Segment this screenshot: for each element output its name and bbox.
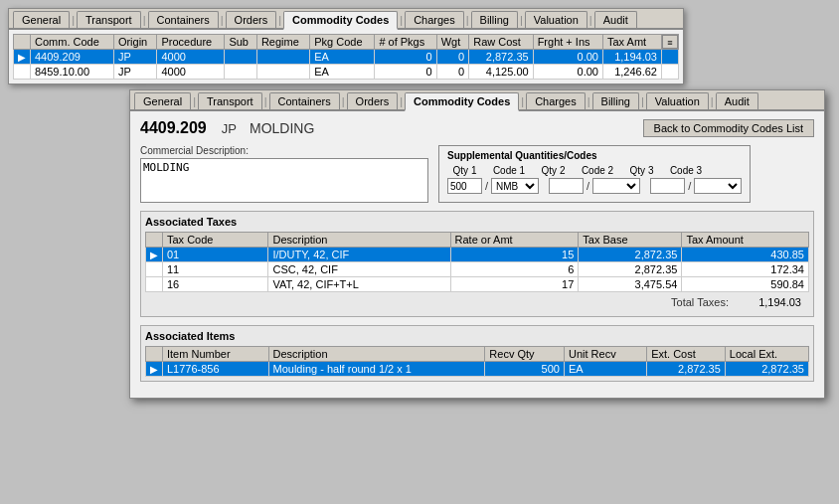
col-wgt: Wgt [436,35,468,50]
back-tab-audit[interactable]: Audit [594,11,637,28]
item-col-unit-recv: Unit Recv [564,347,646,362]
supp-code2-select[interactable] [592,178,640,194]
tax-col-code: Tax Code [163,233,268,248]
front-window: General | Transport | Containers | Order… [129,89,825,399]
col-pkg-code: Pkg Code [310,35,375,50]
associated-items-title: Associated Items [145,330,809,342]
grid-options-icon[interactable]: ≡ [662,35,678,49]
commercial-description-group: Commercial Description: MOLDING [140,145,428,203]
description-supplemental-section: Commercial Description: MOLDING Suppleme… [140,145,814,203]
back-tab-commodity-codes[interactable]: Commodity Codes [283,11,398,30]
col-num-pkgs: # of Pkgs [375,35,436,50]
associated-taxes-box: Associated Taxes Tax Code Description Ra… [140,211,814,317]
item-col-ext-cost: Ext. Cost [647,347,726,362]
supp-slash-1: / [485,180,488,192]
front-tab-billing[interactable]: Billing [592,92,639,109]
col-origin: Origin [113,35,157,50]
back-tab-transport[interactable]: Transport [77,11,141,28]
back-tab-orders[interactable]: Orders [226,11,277,28]
supp-values-row: / NMB / / [447,178,742,194]
front-content: 4409.209 JP MOLDING Back to Commodity Co… [130,111,824,398]
supplemental-title: Supplemental Quantities/Codes [447,150,742,161]
front-tab-charges[interactable]: Charges [526,92,586,109]
col-regime: Regime [256,35,309,50]
supp-code1-header: Code 1 [485,165,533,176]
back-tab-billing[interactable]: Billing [471,11,518,28]
front-tab-audit[interactable]: Audit [716,92,758,109]
commodity-name: MOLDING [250,120,314,136]
associated-items-box: Associated Items Item Number Description… [140,325,814,382]
col-raw-cost: Raw Cost [469,35,533,50]
taxes-total-row: Total Taxes: 1,194.03 [145,292,809,312]
front-tab-containers[interactable]: Containers [269,92,340,109]
associated-taxes-table: Tax Code Description Rate or Amt Tax Bas… [145,232,809,292]
table-row[interactable]: 11CSC, 42, CIF62,872.35172.34 [146,262,809,277]
commodity-origin: JP [222,121,237,136]
supp-code3-select[interactable] [694,178,742,194]
col-tax-amt: Tax Amt [603,35,662,50]
supp-qty1-header: Qty 1 [447,165,482,176]
tax-col-description: Description [268,233,450,248]
commodity-id: 4409.209 [140,119,207,136]
back-to-list-button[interactable]: Back to Commodity Codes List [643,119,814,137]
tax-col-rate: Rate or Amt [450,233,579,248]
item-col-number: Item Number [163,347,269,362]
back-tab-bar: General | Transport | Containers | Order… [9,9,683,30]
supp-slash-3: / [688,180,691,192]
back-tab-charges[interactable]: Charges [405,11,464,28]
back-content: Comm. Code Origin Procedure Sub Regime P… [9,30,683,84]
front-tab-commodity-codes[interactable]: Commodity Codes [405,92,519,111]
supp-code2-header: Code 2 [574,165,621,176]
item-col-local-ext: Local Ext. [725,347,808,362]
commodity-id-group: 4409.209 JP MOLDING [140,119,314,137]
tax-col-indicator [146,233,163,248]
commodity-codes-table: Comm. Code Origin Procedure Sub Regime P… [13,34,679,80]
supplemental-quantities-box: Supplemental Quantities/Codes Qty 1 Code… [438,145,751,203]
supp-slash-2: / [587,180,589,192]
front-tab-transport[interactable]: Transport [198,92,262,109]
table-row[interactable]: ▶L1776-856Moulding - half round 1/2 x 15… [146,362,809,377]
supp-qty2-input[interactable] [549,178,584,194]
tax-col-base: Tax Base [579,233,682,248]
table-row[interactable]: ▶4409.209JP4000EA002,872.350.001,194.03 [14,50,679,65]
back-tab-valuation[interactable]: Valuation [525,11,587,28]
back-tab-containers[interactable]: Containers [148,11,219,28]
commercial-description-input[interactable]: MOLDING [140,158,428,203]
commercial-description-label: Commercial Description: [140,145,428,156]
col-sub: Sub [225,35,256,50]
supp-qty3-input[interactable] [650,178,685,194]
col-grid-options: ≡ [662,35,679,50]
table-row[interactable]: 16VAT, 42, CIF+T+L173,475.54590.84 [146,277,809,292]
supp-code3-header: Code 3 [662,165,710,176]
taxes-total-label: Total Taxes: [671,296,729,308]
front-tab-bar: General | Transport | Containers | Order… [130,90,824,111]
associated-items-table: Item Number Description Recv Qty Unit Re… [145,346,809,377]
table-row[interactable]: 8459.10.00JP4000EA004,125.000.001,246.62 [14,65,679,80]
item-col-description: Description [268,347,485,362]
associated-taxes-title: Associated Taxes [145,216,809,228]
col-procedure: Procedure [157,35,225,50]
supp-qty2-header: Qty 2 [536,165,571,176]
col-indicator [14,35,31,50]
front-tab-valuation[interactable]: Valuation [646,92,709,109]
front-tab-general[interactable]: General [134,92,191,109]
supp-qty1-input[interactable] [447,178,482,194]
col-frght-ins: Frght + Ins [533,35,602,50]
table-row[interactable]: ▶01I/DUTY, 42, CIF152,872.35430.85 [146,248,809,262]
item-col-recv-qty: Recv Qty [485,347,565,362]
col-comm-code: Comm. Code [31,35,114,50]
item-col-indicator [146,347,163,362]
supp-qty3-header: Qty 3 [624,165,659,176]
supp-col-headers: Qty 1 Code 1 Qty 2 Code 2 Qty 3 Code 3 [447,165,742,176]
supp-code1-select[interactable]: NMB [491,178,539,194]
commodity-header: 4409.209 JP MOLDING Back to Commodity Co… [140,119,814,137]
taxes-total-value: 1,194.03 [732,296,801,308]
back-tab-general[interactable]: General [13,11,70,28]
tax-col-amount: Tax Amount [682,233,809,248]
back-window: General | Transport | Containers | Order… [8,8,684,84]
front-tab-orders[interactable]: Orders [347,92,399,109]
